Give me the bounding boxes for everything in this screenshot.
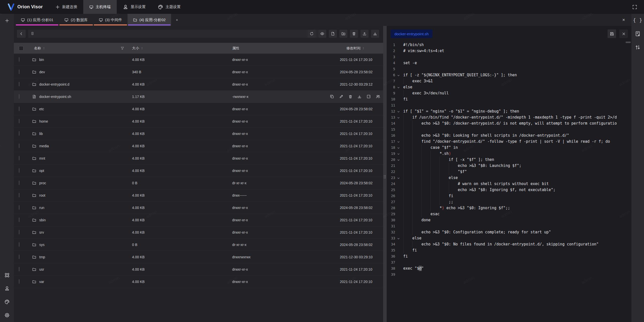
- table-row-run[interactable]: run4.00 KBdrwxr-xr-x2024-05-28 23:58:02: [14, 202, 383, 214]
- panel-resize-handle[interactable]: [383, 26, 387, 322]
- column-header-size[interactable]: 大小: [132, 43, 143, 54]
- table-row-sys[interactable]: sys0 Bdr-xr-xr-x2024-05-28 23:58:02: [14, 239, 383, 251]
- select-all-checkbox[interactable]: [19, 43, 23, 54]
- row-checkbox[interactable]: [19, 242, 19, 246]
- row-checkbox[interactable]: [19, 230, 19, 234]
- row-permission-icon[interactable]: [376, 94, 380, 99]
- table-row-tmp[interactable]: tmp4.00 KBdrwxrwxrwx2021-12-30 03:29:10: [14, 251, 383, 263]
- row-move-icon[interactable]: [367, 94, 371, 99]
- sort-icon[interactable]: [43, 46, 45, 50]
- doc-bookmark-icon[interactable]: [635, 31, 640, 37]
- row-edit-icon[interactable]: [339, 94, 343, 99]
- save-button[interactable]: [608, 29, 616, 38]
- fold-toggle-icon[interactable]: [397, 140, 400, 145]
- new-folder-button[interactable]: [339, 30, 347, 38]
- menu-item-2[interactable]: 显示设置: [117, 0, 152, 14]
- row-checkbox[interactable]: [19, 267, 19, 271]
- fold-toggle-icon[interactable]: [397, 116, 400, 120]
- row-checkbox[interactable]: [19, 94, 19, 98]
- path-input[interactable]: [28, 30, 318, 38]
- table-row-proc[interactable]: proc0 Bdr-xr-xr-x2024-05-28 23:58:02: [14, 177, 383, 189]
- row-checkbox[interactable]: [19, 255, 19, 259]
- row-copy-icon[interactable]: [330, 94, 334, 99]
- fold-toggle-icon[interactable]: [397, 158, 400, 163]
- code-line-37: 37: [387, 259, 631, 265]
- row-checkbox[interactable]: [19, 107, 19, 111]
- fold-toggle-icon[interactable]: [397, 146, 400, 151]
- table-row-srv[interactable]: srv4.00 KBdrwxr-xr-x2021-11-24 17:20:10: [14, 226, 383, 239]
- gear-icon[interactable]: [4, 312, 10, 318]
- terminal-tab-1[interactable]: (2) 数据库: [59, 14, 93, 26]
- row-checkbox[interactable]: [19, 168, 19, 172]
- fold-toggle-icon[interactable]: [397, 176, 400, 181]
- table-row-sbin[interactable]: sbin4.00 KBdrwxr-xr-x2021-11-24 17:20:10: [14, 214, 383, 226]
- download-button[interactable]: [371, 30, 379, 38]
- menu-item-0[interactable]: 新建连接: [49, 0, 83, 14]
- new-tab-button[interactable]: +: [171, 14, 183, 26]
- terminal-tab-3[interactable]: (4) 应用-分析02: [128, 14, 171, 26]
- stamp-icon[interactable]: [4, 286, 10, 291]
- table-row-var[interactable]: var4.00 KBdrwxr-xr-x2021-11-24 17:20:10: [14, 276, 383, 288]
- table-row-bin[interactable]: bin4.00 KBdrwxr-xr-x2021-11-24 17:20:10: [14, 54, 383, 66]
- sort-lines-icon[interactable]: [635, 45, 640, 50]
- column-header-name[interactable]: 名称: [34, 43, 45, 54]
- upload-button[interactable]: [360, 30, 369, 38]
- row-download-icon[interactable]: [357, 94, 361, 99]
- file-modified: 2024-05-28 23:58:02: [340, 107, 373, 111]
- fold-toggle-icon[interactable]: [397, 86, 400, 90]
- row-checkbox[interactable]: [19, 131, 19, 135]
- terminal-tab-0[interactable]: (1) 应用-分析01: [15, 14, 59, 26]
- table-row-lib[interactable]: lib4.00 KBdrwxr-xr-x2021-11-24 17:20:10: [14, 128, 383, 140]
- table-row-root[interactable]: root4.00 KBdrwx------2021-11-24 17:20:10: [14, 189, 383, 202]
- row-trash-icon[interactable]: [348, 94, 352, 99]
- line-number: 30: [387, 217, 395, 223]
- row-checkbox[interactable]: [19, 144, 19, 148]
- refresh-button[interactable]: [308, 30, 316, 38]
- plus-icon[interactable]: [5, 18, 9, 23]
- menu-item-3[interactable]: 主题设置: [152, 0, 187, 14]
- column-header-modified[interactable]: 修改时间: [346, 43, 365, 54]
- row-checkbox[interactable]: [19, 181, 19, 185]
- menu-item-1[interactable]: 主机终端: [83, 0, 117, 14]
- filter-icon[interactable]: [120, 43, 124, 54]
- trash-button[interactable]: [350, 30, 358, 38]
- row-checkbox[interactable]: [19, 279, 19, 283]
- row-checkbox[interactable]: [19, 57, 19, 61]
- line-number: 16: [387, 132, 395, 138]
- table-row-etc[interactable]: etc4.00 KBdrwxr-xr-x2024-05-28 23:58:02: [14, 103, 383, 115]
- folder-icon: [32, 107, 36, 111]
- close-all-tabs-button[interactable]: ✕: [619, 14, 628, 26]
- table-row-media[interactable]: media4.00 KBdrwxr-xr-x2021-11-24 17:20:1…: [14, 140, 383, 152]
- table-row-docker-entrypoint.sh[interactable]: docker-entrypoint.sh1.17 KB-rwxrwxr-x: [14, 91, 383, 103]
- table-row-dev[interactable]: dev340 Bdrwxr-xr-x2024-05-28 23:58:02: [14, 66, 383, 78]
- fold-toggle-icon[interactable]: [397, 74, 400, 78]
- row-checkbox[interactable]: [19, 156, 19, 160]
- sort-icon[interactable]: [362, 46, 365, 50]
- palette-icon[interactable]: [4, 299, 10, 305]
- terminal-tab-2[interactable]: (3) 中间件: [93, 14, 128, 26]
- fold-toggle-icon[interactable]: [397, 110, 400, 114]
- table-row-usr[interactable]: usr4.00 KBdrwxr-xr-x2021-11-24 17:20:10: [14, 263, 383, 276]
- row-checkbox[interactable]: [19, 205, 19, 209]
- fold-toggle-icon[interactable]: [397, 237, 400, 241]
- sort-icon[interactable]: [141, 46, 143, 50]
- eye-button[interactable]: [318, 30, 326, 38]
- new-file-button[interactable]: [329, 30, 337, 38]
- table-row-home[interactable]: home4.00 KBdrwxr-xr-x2021-11-24 17:20:10: [14, 115, 383, 128]
- command-icon[interactable]: [4, 272, 10, 278]
- table-row-mnt[interactable]: mnt4.00 KBdrwxr-xr-x2021-11-24 17:20:10: [14, 152, 383, 165]
- row-checkbox[interactable]: [19, 193, 19, 197]
- row-checkbox[interactable]: [19, 70, 19, 74]
- row-checkbox[interactable]: [19, 82, 19, 86]
- row-checkbox[interactable]: [19, 218, 19, 222]
- fold-toggle-icon[interactable]: [397, 152, 400, 157]
- fullscreen-button[interactable]: [629, 0, 640, 14]
- close-editor-button[interactable]: [619, 29, 628, 38]
- editor-file-tab[interactable]: docker-entrypoint.sh: [391, 29, 432, 38]
- braces-icon[interactable]: { }: [633, 17, 642, 23]
- table-row-docker-entrypoint.d[interactable]: docker-entrypoint.d4.00 KBdrwxr-xr-x2021…: [14, 78, 383, 91]
- back-button[interactable]: [17, 30, 26, 38]
- table-row-opt[interactable]: opt4.00 KBdrwxr-xr-x2021-11-24 17:20:10: [14, 165, 383, 177]
- line-number: 26: [387, 193, 395, 199]
- row-checkbox[interactable]: [19, 119, 19, 123]
